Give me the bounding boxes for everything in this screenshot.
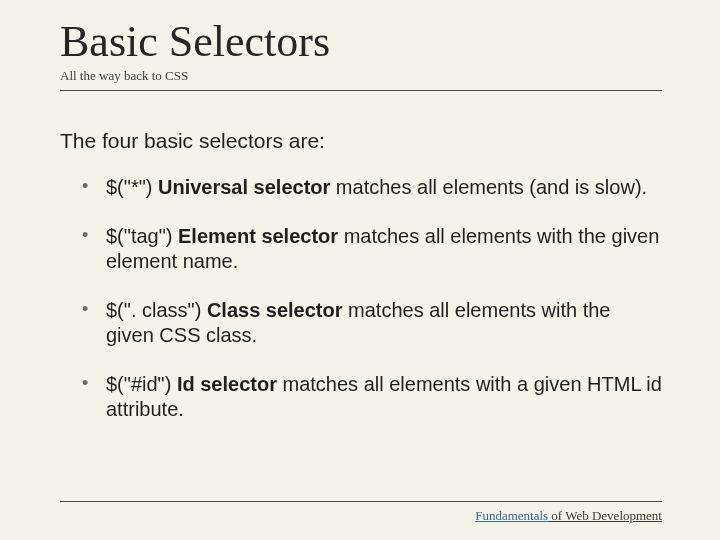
bullet-code: $("*"): [106, 176, 158, 198]
footer-rest: of Web Development: [548, 508, 662, 523]
footer-text: Fundamentals of Web Development: [475, 508, 662, 524]
bullet-strong: Class selector: [207, 299, 343, 321]
bullet-code: $(". class"): [106, 299, 207, 321]
slide: Basic Selectors All the way back to CSS …: [0, 0, 720, 540]
bullet-code: $("#id"): [106, 373, 177, 395]
bullet-strong: Element selector: [178, 225, 338, 247]
list-item: $("tag") Element selector matches all el…: [82, 224, 662, 274]
bullet-list: $("*") Universal selector matches all el…: [60, 175, 662, 422]
slide-title: Basic Selectors: [60, 18, 662, 66]
bullet-rest: matches all elements (and is slow).: [330, 176, 647, 198]
footer-rule: [60, 501, 662, 502]
list-item: $("#id") Id selector matches all element…: [82, 372, 662, 422]
title-rule: [60, 90, 662, 91]
bullet-strong: Id selector: [177, 373, 277, 395]
slide-subtitle: All the way back to CSS: [60, 68, 662, 84]
list-item: $("*") Universal selector matches all el…: [82, 175, 662, 200]
footer-accent: Fundamentals: [475, 508, 548, 523]
list-item: $(". class") Class selector matches all …: [82, 298, 662, 348]
bullet-strong: Universal selector: [158, 176, 330, 198]
bullet-code: $("tag"): [106, 225, 178, 247]
intro-text: The four basic selectors are:: [60, 129, 662, 153]
